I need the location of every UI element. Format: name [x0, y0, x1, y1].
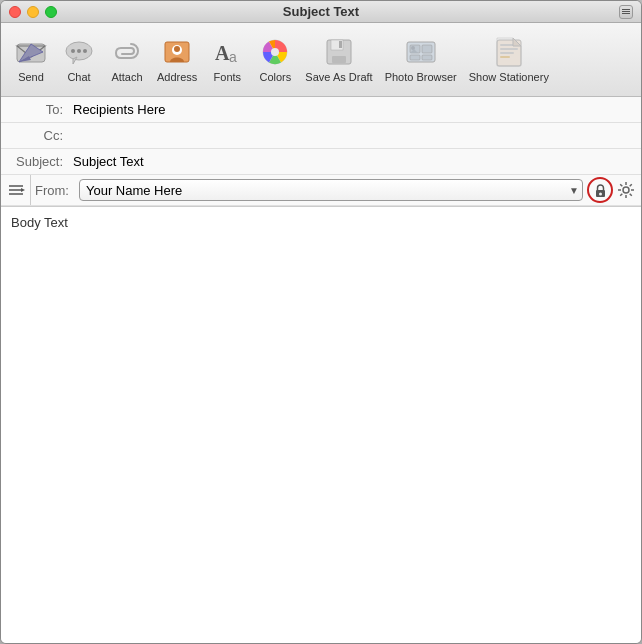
body-text: Body Text — [11, 215, 68, 230]
colors-icon — [259, 36, 291, 68]
header-fields: To: Cc: Subject: From: You — [1, 97, 641, 207]
lock-button[interactable] — [587, 177, 613, 203]
svg-rect-19 — [339, 41, 342, 48]
svg-marker-35 — [21, 188, 25, 192]
chat-label: Chat — [67, 71, 90, 83]
traffic-lights — [9, 6, 57, 18]
svg-rect-23 — [410, 55, 420, 60]
svg-line-44 — [630, 194, 632, 196]
gear-button[interactable] — [615, 179, 637, 201]
maximize-button[interactable] — [45, 6, 57, 18]
attach-icon — [111, 36, 143, 68]
compose-menu-icon[interactable] — [1, 175, 31, 205]
svg-point-15 — [271, 48, 279, 56]
save-as-draft-button[interactable]: Save As Draft — [301, 32, 376, 87]
svg-rect-28 — [500, 48, 518, 50]
fonts-button[interactable]: A a Fonts — [205, 32, 249, 87]
show-stationery-icon — [493, 36, 525, 68]
colors-button[interactable]: Colors — [253, 32, 297, 87]
body-area[interactable]: Body Text — [1, 207, 641, 643]
svg-rect-18 — [332, 56, 346, 63]
show-stationery-label: Show Stationery — [469, 71, 549, 83]
svg-line-45 — [630, 184, 632, 186]
from-row: From: Your Name Here ▼ — [1, 175, 641, 206]
svg-point-38 — [623, 187, 629, 193]
show-stationery-button[interactable]: Show Stationery — [465, 32, 553, 87]
send-icon — [15, 36, 47, 68]
photo-browser-button[interactable]: Photo Browser — [381, 32, 461, 87]
colors-label: Colors — [259, 71, 291, 83]
svg-text:A: A — [215, 42, 230, 64]
to-label: To: — [1, 102, 69, 117]
window-title: Subject Text — [283, 4, 359, 19]
cc-label: Cc: — [1, 128, 69, 143]
svg-point-5 — [71, 49, 75, 53]
svg-rect-22 — [422, 45, 432, 53]
collapse-button[interactable] — [619, 5, 633, 19]
address-button[interactable]: Address — [153, 32, 201, 87]
cc-input[interactable] — [69, 125, 641, 146]
svg-line-43 — [620, 184, 622, 186]
attach-button[interactable]: Attach — [105, 32, 149, 87]
svg-point-6 — [77, 49, 81, 53]
svg-point-7 — [83, 49, 87, 53]
chat-icon — [63, 36, 95, 68]
svg-text:a: a — [229, 49, 237, 65]
cc-row: Cc: — [1, 123, 641, 149]
to-input[interactable] — [69, 99, 641, 120]
send-label: Send — [18, 71, 44, 83]
email-compose-window: Subject Text Send — [0, 0, 642, 644]
save-as-draft-icon — [323, 36, 355, 68]
save-as-draft-label: Save As Draft — [305, 71, 372, 83]
minimize-button[interactable] — [27, 6, 39, 18]
title-bar: Subject Text — [1, 1, 641, 23]
address-icon — [161, 36, 193, 68]
from-select-wrapper: Your Name Here ▼ — [79, 179, 583, 201]
svg-line-46 — [620, 194, 622, 196]
toolbar: Send Chat Attach — [1, 23, 641, 97]
attach-label: Attach — [111, 71, 142, 83]
to-row: To: — [1, 97, 641, 123]
subject-row: Subject: — [1, 149, 641, 175]
address-label: Address — [157, 71, 197, 83]
from-icons — [587, 177, 641, 203]
from-label: From: — [31, 183, 75, 198]
from-select[interactable]: Your Name Here — [79, 179, 583, 201]
svg-rect-30 — [500, 56, 510, 58]
svg-rect-24 — [422, 55, 432, 60]
fonts-icon: A a — [211, 36, 243, 68]
svg-point-11 — [174, 46, 180, 52]
subject-input[interactable] — [69, 151, 641, 172]
photo-browser-label: Photo Browser — [385, 71, 457, 83]
close-button[interactable] — [9, 6, 21, 18]
subject-label: Subject: — [1, 154, 69, 169]
chat-button[interactable]: Chat — [57, 32, 101, 87]
svg-rect-29 — [500, 52, 514, 54]
fonts-label: Fonts — [214, 71, 242, 83]
svg-point-37 — [599, 192, 602, 195]
photo-browser-icon — [405, 36, 437, 68]
send-button[interactable]: Send — [9, 32, 53, 87]
